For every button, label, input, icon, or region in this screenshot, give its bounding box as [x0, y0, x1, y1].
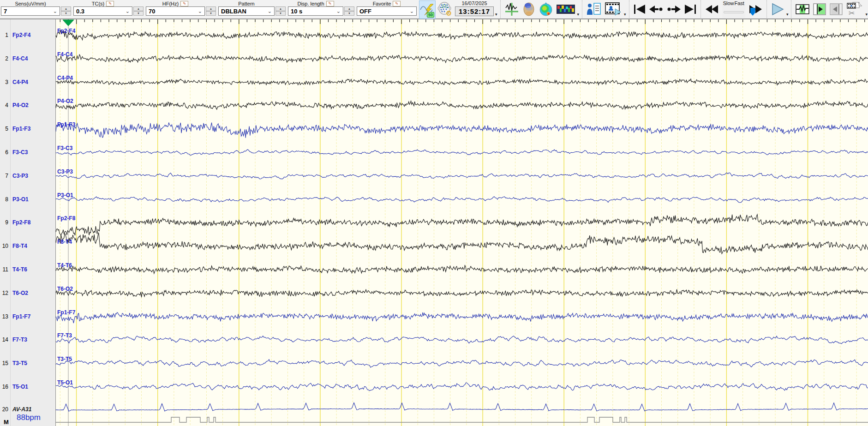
channel-number: 9 [0, 219, 8, 226]
page-back-button[interactable] [647, 0, 665, 18]
page-forward-button[interactable] [665, 0, 682, 18]
favorite-edit-pencil-icon[interactable]: ✎ [393, 1, 401, 6]
eeg-traces-canvas[interactable] [56, 19, 868, 426]
trace-view-button[interactable] [504, 0, 520, 18]
sensitivity-group: Sens(uV/mm) 7 ⌄ ▲ ▼ [1, 0, 71, 16]
video-dropdown-arrow[interactable]: ▾ [624, 12, 626, 17]
speed-faster-button[interactable] [747, 0, 764, 18]
time-display[interactable]: 13:52:17 [455, 6, 494, 16]
play-button[interactable] [769, 0, 786, 18]
channel-row-C3-P3[interactable]: 7C3-P3 [0, 172, 55, 180]
pattern-spin-down[interactable]: ▼ [275, 11, 286, 16]
eeg-trace-P3-O1 [56, 197, 868, 203]
time-cursor-marker [63, 20, 74, 26]
eeg-trace-P4-O2 [56, 101, 868, 109]
channel-label: Fp1-F3 [12, 126, 30, 132]
review-forward-icon [813, 3, 826, 15]
channel-row-P3-O1[interactable]: 8P3-O1 [0, 196, 55, 203]
channel-row-AV-A31[interactable]: 20AV-A31 [0, 406, 55, 413]
slider-groove [724, 11, 744, 13]
channel-row-F7-T3[interactable]: 14F7-T3 [0, 336, 55, 343]
dsa-spectrogram-button[interactable] [556, 0, 576, 18]
channel-label: Fp2-F8 [12, 219, 30, 226]
page-back-icon [649, 6, 663, 13]
play-dropdown-arrow[interactable]: ▾ [786, 12, 789, 17]
channel-number: 3 [0, 79, 8, 85]
tc-edit-pencil-icon[interactable]: ✎ [106, 1, 114, 6]
review-forward-button[interactable] [812, 0, 827, 18]
channel-label: T6-O2 [12, 290, 28, 296]
channel-row-Fp1-F3[interactable]: 5Fp1-F3 [0, 125, 55, 132]
tc-group: TC(s) ✎ 0.3 ⌄ ▲ ▼ [73, 0, 144, 16]
channel-row-Fp1-F7[interactable]: 13Fp1-F7 [0, 313, 55, 320]
slow-label: Slow [723, 0, 734, 7]
topography-map-button[interactable] [538, 0, 554, 18]
channel-label: C3-P3 [12, 173, 28, 179]
sensitivity-spin-down[interactable]: ▼ [61, 11, 71, 16]
channel-label: P3-O1 [12, 196, 29, 203]
live-monitor-icon [796, 4, 809, 15]
hf-spin-down[interactable]: ▼ [206, 11, 216, 16]
channel-row-P4-O2[interactable]: 4P4-O2 [0, 102, 55, 109]
channel-row-T3-T5[interactable]: 15T3-T5 [0, 360, 55, 367]
notch-filter-button[interactable]: 50 [419, 0, 436, 19]
review-backward-button[interactable] [829, 0, 844, 18]
eeg-trace-Fp2-F8 [56, 215, 868, 236]
chevron-down-icon: ⌄ [336, 8, 341, 14]
channel-label: Fp2-F4 [12, 32, 30, 38]
tc-dropdown[interactable]: 0.3 ⌄ [73, 6, 132, 16]
toolbar: Sens(uV/mm) 7 ⌄ ▲ ▼ TC(s) ✎ 0.3 ⌄ [0, 0, 868, 19]
channel-label: F4-C4 [12, 55, 28, 62]
sensitivity-dropdown[interactable]: 7 ⌄ [1, 6, 60, 16]
speed-slider[interactable] [722, 7, 745, 17]
electrode-settings-button[interactable]: ⚙ [437, 0, 453, 18]
video-icon [605, 2, 622, 16]
eeg-trace-area[interactable]: Fp2-F4F4-C4C4-P4P4-O2Fp1-F3F3-C3C3-P3P3-… [55, 19, 868, 426]
pattern-group: Pattern DBLBAN ⌄ ▲ ▼ [218, 0, 286, 16]
clip-dropdown-arrow[interactable]: ▾ [865, 12, 868, 17]
channel-row-Fp2-F8[interactable]: 9Fp2-F8 [0, 219, 55, 226]
go-last-button[interactable] [682, 0, 698, 18]
tc-spin-down[interactable]: ▼ [133, 11, 144, 16]
channel-label: F8-T4 [12, 243, 27, 249]
live-monitor-button[interactable] [795, 0, 810, 18]
patient-info-button[interactable] [586, 0, 602, 18]
view-dropdown-arrow[interactable]: ▾ [577, 12, 580, 17]
marker-trace [56, 417, 868, 422]
channel-row-T4-T6[interactable]: 11T4-T6 [0, 266, 55, 273]
toolbar-separator [582, 0, 582, 18]
display-length-spin-down[interactable]: ▼ [344, 11, 354, 16]
display-length-spin-up[interactable]: ▲ [344, 6, 354, 11]
display-length-dropdown[interactable]: 10 s ⌄ [288, 6, 343, 16]
channel-row-F8-T4[interactable]: 10F8-T4 [0, 242, 55, 250]
favorite-dropdown[interactable]: OFF ⌄ [357, 6, 417, 16]
display-length-edit-pencil-icon[interactable]: ✎ [326, 1, 334, 6]
channel-row-T5-O1[interactable]: 16T5-O1 [0, 383, 55, 390]
video-button[interactable] [604, 0, 623, 18]
hf-edit-pencil-icon[interactable]: ✎ [180, 1, 188, 6]
channel-row-C4-P4[interactable]: 3C4-P4 [0, 78, 55, 86]
channel-number: 2 [0, 55, 8, 62]
pattern-dropdown[interactable]: DBLBAN ⌄ [218, 6, 275, 16]
channel-label: F3-C3 [12, 149, 28, 156]
hf-spin-up[interactable]: ▲ [206, 6, 216, 11]
head-3d-map-button[interactable] [521, 0, 536, 18]
chevron-down-icon: ⌄ [268, 8, 272, 14]
eeg-trace-F4-C4 [56, 54, 868, 62]
tc-spin-up[interactable]: ▲ [133, 6, 144, 11]
channel-row-Fp2-F4[interactable]: 1Fp2-F4 [0, 31, 55, 39]
speed-slower-button[interactable] [703, 0, 721, 18]
go-first-button[interactable] [632, 0, 647, 18]
sensitivity-label: Sens(uV/mm) [1, 0, 60, 6]
sensitivity-spin-up[interactable]: ▲ [61, 6, 71, 11]
hf-dropdown[interactable]: 70 ⌄ [146, 6, 205, 16]
dsa-spectrogram-icon [557, 5, 575, 14]
channel-row-F3-C3[interactable]: 6F3-C3 [0, 149, 55, 156]
time-dropdown-arrow[interactable]: ▾ [495, 12, 497, 17]
pattern-spin-up[interactable]: ▲ [275, 6, 286, 11]
chevron-down-icon: ⌄ [53, 8, 57, 14]
channel-row-F4-C4[interactable]: 2F4-C4 [0, 55, 55, 62]
favorite-label: Favorite [373, 1, 391, 6]
video-clip-button[interactable]: ✂ [845, 0, 864, 18]
channel-row-T6-O2[interactable]: 12T6-O2 [0, 289, 55, 297]
